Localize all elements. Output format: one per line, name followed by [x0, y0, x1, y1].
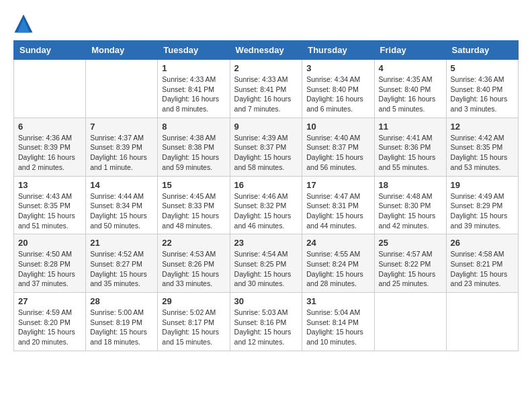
calendar-cell: 14Sunrise: 4:44 AM Sunset: 8:34 PM Dayli… [86, 176, 158, 234]
day-number: 9 [234, 122, 298, 132]
calendar-cell: 30Sunrise: 5:03 AM Sunset: 8:16 PM Dayli… [230, 293, 302, 351]
column-header-thursday: Thursday [302, 41, 374, 60]
column-header-tuesday: Tuesday [158, 41, 230, 60]
calendar-cell [14, 60, 86, 118]
calendar-cell: 9Sunrise: 4:39 AM Sunset: 8:37 PM Daylig… [230, 118, 302, 176]
day-number: 6 [18, 122, 81, 132]
day-info: Sunrise: 4:41 AM Sunset: 8:36 PM Dayligh… [379, 133, 442, 173]
calendar-cell: 13Sunrise: 4:43 AM Sunset: 8:35 PM Dayli… [14, 176, 86, 234]
calendar-header-row: SundayMondayTuesdayWednesdayThursdayFrid… [14, 41, 519, 60]
calendar-week-1: 1Sunrise: 4:33 AM Sunset: 8:41 PM Daylig… [14, 60, 519, 118]
calendar-cell: 8Sunrise: 4:38 AM Sunset: 8:38 PM Daylig… [158, 118, 230, 176]
day-number: 26 [451, 238, 514, 248]
day-info: Sunrise: 5:02 AM Sunset: 8:17 PM Dayligh… [162, 308, 225, 347]
day-number: 20 [18, 238, 81, 248]
calendar-week-3: 13Sunrise: 4:43 AM Sunset: 8:35 PM Dayli… [14, 176, 519, 234]
day-number: 10 [306, 122, 369, 132]
day-info: Sunrise: 4:34 AM Sunset: 8:40 PM Dayligh… [306, 75, 369, 114]
day-info: Sunrise: 4:45 AM Sunset: 8:33 PM Dayligh… [162, 191, 225, 231]
day-info: Sunrise: 4:49 AM Sunset: 8:29 PM Dayligh… [451, 191, 514, 231]
calendar-cell [86, 60, 158, 118]
calendar-cell: 10Sunrise: 4:40 AM Sunset: 8:37 PM Dayli… [302, 118, 374, 176]
day-info: Sunrise: 4:44 AM Sunset: 8:34 PM Dayligh… [90, 191, 153, 231]
day-number: 25 [379, 238, 442, 248]
calendar-cell: 23Sunrise: 4:54 AM Sunset: 8:25 PM Dayli… [230, 234, 302, 293]
calendar-cell: 12Sunrise: 4:42 AM Sunset: 8:35 PM Dayli… [446, 118, 518, 176]
calendar-cell: 21Sunrise: 4:52 AM Sunset: 8:27 PM Dayli… [86, 234, 158, 293]
calendar-cell: 25Sunrise: 4:57 AM Sunset: 8:22 PM Dayli… [374, 234, 446, 293]
day-number: 3 [306, 63, 369, 73]
day-number: 28 [90, 296, 153, 306]
day-info: Sunrise: 5:03 AM Sunset: 8:16 PM Dayligh… [234, 308, 298, 347]
day-number: 2 [234, 63, 298, 73]
calendar-cell: 19Sunrise: 4:49 AM Sunset: 8:29 PM Dayli… [446, 176, 518, 234]
column-header-monday: Monday [86, 41, 158, 60]
day-info: Sunrise: 4:58 AM Sunset: 8:21 PM Dayligh… [451, 249, 514, 289]
calendar-cell: 29Sunrise: 5:02 AM Sunset: 8:17 PM Dayli… [158, 293, 230, 351]
calendar-cell: 31Sunrise: 5:04 AM Sunset: 8:14 PM Dayli… [302, 293, 374, 351]
day-info: Sunrise: 4:57 AM Sunset: 8:22 PM Dayligh… [379, 249, 442, 289]
day-number: 8 [162, 122, 225, 132]
calendar-cell: 17Sunrise: 4:47 AM Sunset: 8:31 PM Dayli… [302, 176, 374, 234]
calendar-week-4: 20Sunrise: 4:50 AM Sunset: 8:28 PM Dayli… [14, 234, 519, 293]
day-number: 11 [379, 122, 442, 132]
day-info: Sunrise: 4:38 AM Sunset: 8:38 PM Dayligh… [162, 133, 225, 173]
day-number: 19 [451, 180, 514, 190]
day-info: Sunrise: 4:47 AM Sunset: 8:31 PM Dayligh… [306, 191, 369, 231]
day-info: Sunrise: 4:53 AM Sunset: 8:26 PM Dayligh… [162, 249, 225, 289]
day-info: Sunrise: 4:55 AM Sunset: 8:24 PM Dayligh… [306, 249, 369, 289]
day-number: 16 [234, 180, 298, 190]
column-header-wednesday: Wednesday [230, 41, 302, 60]
day-info: Sunrise: 4:35 AM Sunset: 8:40 PM Dayligh… [379, 75, 442, 114]
calendar-cell [374, 293, 446, 351]
day-number: 15 [162, 180, 225, 190]
calendar-cell: 1Sunrise: 4:33 AM Sunset: 8:41 PM Daylig… [158, 60, 230, 118]
calendar-cell [446, 293, 518, 351]
calendar-table: SundayMondayTuesdayWednesdayThursdayFrid… [13, 40, 519, 351]
day-number: 1 [162, 63, 225, 73]
day-info: Sunrise: 4:48 AM Sunset: 8:30 PM Dayligh… [379, 191, 442, 231]
column-header-sunday: Sunday [14, 41, 86, 60]
day-number: 13 [18, 180, 81, 190]
day-number: 18 [379, 180, 442, 190]
day-number: 7 [90, 122, 153, 132]
day-info: Sunrise: 4:39 AM Sunset: 8:37 PM Dayligh… [234, 133, 298, 173]
day-number: 17 [306, 180, 369, 190]
day-info: Sunrise: 4:33 AM Sunset: 8:41 PM Dayligh… [234, 75, 298, 114]
column-header-saturday: Saturday [446, 41, 518, 60]
day-info: Sunrise: 4:42 AM Sunset: 8:35 PM Dayligh… [451, 133, 514, 173]
day-info: Sunrise: 4:40 AM Sunset: 8:37 PM Dayligh… [306, 133, 369, 173]
day-info: Sunrise: 4:33 AM Sunset: 8:41 PM Dayligh… [162, 75, 225, 114]
calendar-cell: 22Sunrise: 4:53 AM Sunset: 8:26 PM Dayli… [158, 234, 230, 293]
day-number: 30 [234, 296, 298, 306]
calendar-cell: 28Sunrise: 5:00 AM Sunset: 8:19 PM Dayli… [86, 293, 158, 351]
calendar-cell: 4Sunrise: 4:35 AM Sunset: 8:40 PM Daylig… [374, 60, 446, 118]
calendar-cell: 15Sunrise: 4:45 AM Sunset: 8:33 PM Dayli… [158, 176, 230, 234]
day-info: Sunrise: 4:46 AM Sunset: 8:32 PM Dayligh… [234, 191, 298, 231]
calendar-cell: 24Sunrise: 4:55 AM Sunset: 8:24 PM Dayli… [302, 234, 374, 293]
day-info: Sunrise: 4:37 AM Sunset: 8:39 PM Dayligh… [90, 133, 153, 173]
day-number: 12 [451, 122, 514, 132]
logo [13, 13, 36, 34]
calendar-cell: 11Sunrise: 4:41 AM Sunset: 8:36 PM Dayli… [374, 118, 446, 176]
day-number: 22 [162, 238, 225, 248]
calendar-week-5: 27Sunrise: 4:59 AM Sunset: 8:20 PM Dayli… [14, 293, 519, 351]
day-number: 14 [90, 180, 153, 190]
calendar-cell: 18Sunrise: 4:48 AM Sunset: 8:30 PM Dayli… [374, 176, 446, 234]
day-info: Sunrise: 4:50 AM Sunset: 8:28 PM Dayligh… [18, 249, 81, 289]
day-info: Sunrise: 4:59 AM Sunset: 8:20 PM Dayligh… [18, 308, 81, 347]
day-info: Sunrise: 4:52 AM Sunset: 8:27 PM Dayligh… [90, 249, 153, 289]
calendar-cell: 7Sunrise: 4:37 AM Sunset: 8:39 PM Daylig… [86, 118, 158, 176]
day-number: 23 [234, 238, 298, 248]
calendar-cell: 26Sunrise: 4:58 AM Sunset: 8:21 PM Dayli… [446, 234, 518, 293]
calendar-cell: 5Sunrise: 4:36 AM Sunset: 8:40 PM Daylig… [446, 60, 518, 118]
day-number: 27 [18, 296, 81, 306]
calendar-cell: 20Sunrise: 4:50 AM Sunset: 8:28 PM Dayli… [14, 234, 86, 293]
day-info: Sunrise: 4:54 AM Sunset: 8:25 PM Dayligh… [234, 249, 298, 289]
calendar-cell: 3Sunrise: 4:34 AM Sunset: 8:40 PM Daylig… [302, 60, 374, 118]
page-header [13, 13, 519, 34]
day-number: 29 [162, 296, 225, 306]
calendar-week-2: 6Sunrise: 4:36 AM Sunset: 8:39 PM Daylig… [14, 118, 519, 176]
calendar-cell: 2Sunrise: 4:33 AM Sunset: 8:41 PM Daylig… [230, 60, 302, 118]
day-number: 21 [90, 238, 153, 248]
